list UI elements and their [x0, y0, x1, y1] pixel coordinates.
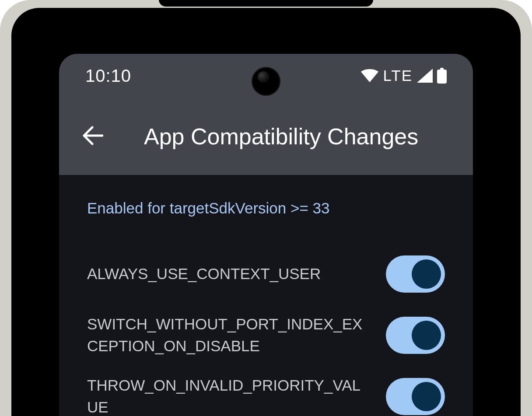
svg-rect-0	[437, 70, 447, 84]
setting-row[interactable]: SWITCH_WITHOUT_PORT_INDEX_EXCEPTION_ON_D…	[87, 304, 445, 366]
arrow-left-icon	[81, 125, 103, 148]
phone-frame: 10:10 LTE	[0, 0, 532, 416]
status-time: 10:10	[85, 66, 131, 86]
camera-hole	[252, 67, 280, 96]
page-title: App Compatibility Changes	[144, 123, 418, 150]
status-icons: LTE	[361, 67, 447, 84]
toggle-switch[interactable]	[386, 317, 445, 354]
setting-label: THROW_ON_INVALID_PRIORITY_VALUE	[87, 374, 368, 416]
content-area: Enabled for targetSdkVersion >= 33 ALWAY…	[59, 175, 473, 416]
section-header: Enabled for targetSdkVersion >= 33	[87, 199, 445, 217]
network-label: LTE	[383, 67, 413, 84]
device-side-button	[529, 289, 532, 402]
device-bezel-inner: 10:10 LTE	[31, 24, 501, 416]
toggle-switch[interactable]	[386, 378, 445, 415]
signal-icon	[417, 69, 433, 83]
device-bezel: 10:10 LTE	[11, 8, 521, 416]
setting-label: ALWAYS_USE_CONTEXT_USER	[87, 263, 321, 285]
back-button[interactable]	[80, 124, 105, 149]
device-notch	[159, 0, 373, 7]
device-screen: 10:10 LTE	[59, 54, 473, 416]
svg-rect-1	[440, 68, 444, 70]
toggle-switch[interactable]	[386, 255, 445, 293]
battery-icon	[437, 68, 447, 84]
wifi-icon	[361, 69, 378, 82]
app-bar: App Compatibility Changes	[59, 98, 473, 175]
setting-label: SWITCH_WITHOUT_PORT_INDEX_EXCEPTION_ON_D…	[87, 313, 368, 357]
setting-row[interactable]: ALWAYS_USE_CONTEXT_USER	[87, 243, 445, 304]
setting-row[interactable]: THROW_ON_INVALID_PRIORITY_VALUE	[87, 366, 445, 416]
device-outer-case: 10:10 LTE	[0, 0, 532, 416]
